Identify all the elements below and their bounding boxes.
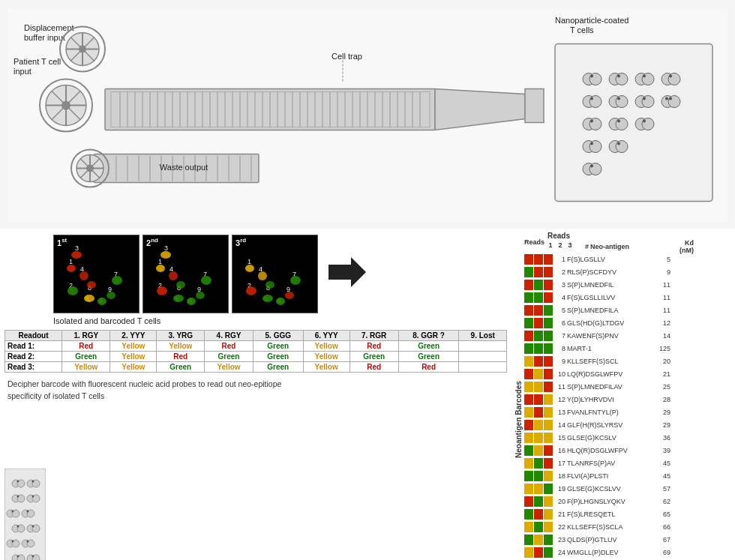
svg-point-94 (616, 73, 628, 85)
neo-table-row: 24WMGLL(P)DLEV69 (524, 547, 694, 559)
neo-kd-value: 11 (650, 294, 670, 301)
svg-point-198 (106, 292, 116, 299)
neo-kd-value: 11 (650, 307, 670, 314)
neo-table-row: 2RLS(P)SCFDYV9 (524, 266, 694, 278)
svg-point-112 (617, 97, 620, 100)
cell: Yellow (205, 362, 253, 373)
read2-color-box (534, 407, 543, 418)
cell: Green (253, 352, 303, 362)
read1-color-box (524, 369, 533, 379)
svg-point-133 (590, 164, 593, 167)
svg-point-130 (617, 142, 620, 145)
neo-row-number: 10 (554, 370, 567, 378)
read1-color-box (524, 445, 533, 456)
neo-row-number: 22 (554, 523, 567, 531)
neo-antigen-name: S(P)LMNEDFILА (567, 307, 650, 314)
svg-point-216 (196, 292, 205, 299)
col-header-5: 5. GGG (253, 331, 303, 341)
read3-color-box (544, 267, 553, 277)
read2-color-box (534, 522, 543, 532)
svg-point-227 (258, 271, 267, 280)
neo-row-number: 12 (554, 396, 567, 403)
svg-point-175 (17, 556, 20, 558)
svg-point-210 (156, 265, 165, 272)
cell: Yellow (110, 352, 157, 362)
svg-text:3: 3 (164, 244, 168, 252)
neo-table-row: 12Y(D)LYHRVDVI28 (524, 394, 694, 406)
read3-color-box (544, 535, 553, 545)
read3-color-box (544, 407, 553, 418)
svg-point-101 (643, 74, 646, 77)
cell: Red (398, 362, 459, 373)
svg-point-168 (32, 496, 34, 498)
cell: Green (398, 352, 459, 362)
read2-color-box (534, 343, 543, 354)
cell (459, 352, 507, 362)
neo-table-row: 14GLF(H(R)SLYRSV29 (524, 419, 694, 431)
cell: Yellow (110, 341, 157, 352)
row-label: Read 2: (5, 352, 62, 362)
col-header-8: 8. GGR ? (398, 331, 459, 341)
neo-kd-value: 45 (650, 472, 670, 480)
svg-point-197 (98, 298, 106, 305)
read2-color-box (534, 318, 543, 328)
read2-color-box (534, 458, 543, 469)
neo-table-row: 11S(P)LMNEDFILAV25 (524, 381, 694, 393)
read2-color-box (534, 471, 543, 481)
neo-antigen-name: QLDS(P)GTLUV (567, 536, 650, 544)
read1-color-box (524, 356, 533, 367)
neo-kd-value: 29 (650, 409, 670, 416)
read2-color-box (534, 394, 543, 405)
svg-point-173 (12, 541, 14, 543)
neo-row-number: 11 (554, 383, 567, 391)
read2-color-box (534, 331, 543, 341)
svg-text:1: 1 (248, 258, 251, 265)
neo-row-number: 8 (554, 345, 567, 352)
svg-point-102 (669, 74, 672, 77)
neo-table-row: 17TLANRFS(P)AV45 (524, 457, 694, 469)
neo-table-row: 8MART-1125 (524, 343, 694, 355)
svg-rect-88 (525, 88, 544, 122)
bottom-caption: Decipher barcode with fluorescent nuclei… (8, 379, 308, 403)
col-header-1: 1. RGY (62, 331, 110, 341)
neo-antigen-name: FLVI(A)PLSTI (567, 472, 650, 480)
neo-kd-value: 25 (650, 383, 670, 391)
neo-row-number: 2 (554, 268, 567, 276)
neo-antigen-name: HLQ(R)DSGLWFPV (567, 447, 650, 454)
svg-point-195 (87, 281, 96, 289)
cell: Green (205, 352, 253, 362)
read3-color-box (544, 458, 553, 469)
svg-text:1: 1 (69, 258, 73, 265)
svg-text:buffer input: buffer input (24, 32, 65, 41)
neoantigen-barcodes-label: Neoantigen Barcodes (514, 241, 523, 560)
svg-point-193 (80, 271, 88, 280)
read2-color-box (534, 547, 543, 558)
read2-color-box (534, 496, 543, 507)
read2-color-box (534, 356, 543, 367)
read1-color-box (524, 254, 533, 265)
svg-text:Cell trap: Cell trap (332, 51, 362, 60)
table-row: Read 2: Green Yellow Red Green Green Yel… (5, 352, 507, 362)
read2-color-box (534, 484, 543, 494)
cell: Red (205, 341, 253, 352)
col-header-7: 7. RGR (350, 331, 398, 341)
col-header-4: 4. RGY (205, 331, 253, 341)
neo-antigen-name: F(S)LGSLLV (567, 256, 650, 263)
neo-row-number: 4 (554, 294, 567, 301)
svg-point-14 (79, 45, 86, 52)
svg-point-166 (32, 481, 34, 483)
neo-antigen-name: S(P)LMNEDFILAV (567, 383, 650, 391)
svg-point-106 (616, 95, 628, 107)
cell (459, 362, 507, 373)
neo-table-row: 1F(S)LGSLLV5 (524, 253, 694, 265)
svg-point-215 (187, 298, 196, 305)
neo-row-number: 23 (554, 536, 567, 544)
readout-table: Readout 1. RGY 2. YYY 3. YRG 4. RGY 5. G… (4, 330, 507, 373)
neo-kd-value: 125 (650, 345, 670, 352)
neo-kd-value: 11 (650, 281, 670, 289)
read3-color-box (544, 394, 553, 405)
read1-color-box (524, 394, 533, 405)
svg-point-217 (201, 276, 212, 285)
read1-color-box (524, 318, 533, 328)
neo-antigen-name: KLLSEFF(S)SCL (567, 358, 650, 365)
